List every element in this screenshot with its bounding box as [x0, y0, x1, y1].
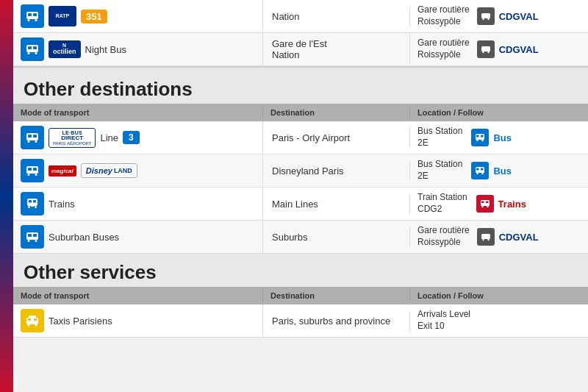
destination-text: Paris, suburbs and province — [272, 316, 390, 327]
bus-icon — [21, 225, 44, 249]
svg-rect-45 — [486, 202, 489, 204]
svg-rect-42 — [31, 206, 34, 207]
transport-cell: RATP 351 — [13, 0, 263, 32]
transport-cell: Suburban Buses — [13, 221, 263, 253]
bus-icon — [21, 38, 44, 61]
destination-text: Main Lines — [272, 199, 318, 210]
svg-rect-2 — [33, 13, 37, 16]
svg-rect-59 — [34, 318, 37, 321]
top-rows: RATP 351 Nation Gare routièreRoissypôle … — [13, 0, 588, 68]
svg-point-4 — [35, 19, 37, 21]
suburban-buses-label: Suburban Buses — [49, 232, 119, 243]
location-cell: Bus Station2E Bus — [410, 121, 588, 153]
line-badge-351: 351 — [81, 10, 107, 24]
svg-rect-38 — [33, 200, 36, 203]
line-number-badge: 3 — [123, 131, 140, 144]
ratp-text: RATP — [56, 13, 70, 19]
svg-rect-22 — [476, 135, 479, 138]
svg-point-25 — [482, 140, 484, 141]
cdgval-badge: CDGVAL — [499, 44, 539, 55]
col-header-location-services: Location / Follow — [410, 290, 588, 302]
bus-icon — [21, 159, 44, 182]
svg-point-19 — [28, 140, 30, 143]
ratp-logo: RATP — [49, 6, 76, 26]
svg-rect-10 — [33, 46, 37, 49]
svg-point-34 — [477, 173, 478, 174]
table-row: Taxis Parisiens Paris, suburbs and provi… — [13, 304, 588, 338]
disneyland-logo: Disney LAND — [81, 163, 137, 178]
svg-point-51 — [28, 240, 30, 242]
svg-point-47 — [487, 206, 488, 207]
transport-cell: N octilien Night Bus — [13, 33, 263, 65]
svg-rect-50 — [33, 234, 37, 237]
location-text: Gare routièreRoissypôle — [417, 4, 470, 27]
svg-rect-9 — [28, 46, 32, 49]
svg-point-41 — [35, 206, 37, 208]
location-text: Arrivals LevelExit 10 — [417, 309, 470, 332]
col-header-transport-services: Mode of transport — [13, 290, 263, 302]
cdg-train-icon — [476, 195, 494, 213]
destination-cell: Paris, suburbs and province — [263, 311, 410, 331]
svg-point-30 — [35, 174, 37, 176]
svg-rect-13 — [481, 46, 490, 51]
trains-follow-label: Trains — [498, 199, 526, 210]
taxis-label: Taxis Parisiens — [49, 316, 112, 327]
line-label: Line — [100, 132, 118, 143]
svg-point-29 — [28, 174, 30, 176]
transport-cell: Trains — [13, 188, 263, 220]
other-destinations-header: Other destinations — [13, 68, 588, 104]
bus-follow-label: Bus — [493, 132, 512, 143]
main-content: RATP 351 Nation Gare routièreRoissypôle … — [13, 0, 588, 392]
location-cell: Arrivals LevelExit 10 — [410, 304, 588, 336]
location-text: Bus Station2E — [417, 126, 462, 149]
svg-rect-32 — [476, 168, 479, 171]
table-row: LE·BUS DIRECT PARIS AÉROPORT Line 3 Pari… — [13, 121, 588, 154]
svg-point-20 — [35, 140, 37, 143]
location-cell: Bus Station2E Bus — [410, 154, 588, 186]
svg-point-14 — [482, 51, 484, 53]
svg-point-61 — [35, 324, 37, 327]
cdgval-badge: CDGVAL — [499, 232, 539, 243]
destination-text: Gare de l'EstNation — [272, 38, 327, 60]
destination-text: Nation — [272, 11, 300, 22]
col-header-destination-services: Destination — [263, 290, 410, 302]
night-bus-label: Night Bus — [85, 44, 126, 55]
destination-cell: Suburbs — [263, 227, 410, 247]
svg-point-12 — [35, 52, 37, 54]
destination-cell: Nation — [263, 7, 410, 26]
noctilien-logo: N octilien — [49, 40, 81, 58]
svg-point-35 — [482, 173, 484, 174]
destination-text: Paris - Orly Airport — [272, 132, 350, 143]
column-headers-destinations: Mode of transport Destination Location /… — [13, 104, 588, 121]
table-row: Suburban Buses Suburbs Gare routièreRois… — [13, 221, 588, 254]
svg-rect-49 — [28, 234, 32, 237]
svg-point-60 — [28, 324, 30, 327]
le-bus-direct-logo: LE·BUS DIRECT PARIS AÉROPORT — [49, 128, 96, 148]
svg-rect-5 — [481, 13, 490, 18]
location-cell: Gare routièreRoissypôle CDGVAL — [410, 0, 588, 32]
bus-icon — [21, 126, 44, 149]
transport-cell: LE·BUS DIRECT PARIS AÉROPORT Line 3 — [13, 121, 263, 154]
bus-icon — [21, 4, 44, 28]
svg-point-54 — [482, 239, 484, 240]
left-stripe — [0, 0, 13, 392]
table-row: Trains Main Lines Train StationCDG2 Trai… — [13, 188, 588, 221]
trains-label: Trains — [49, 199, 75, 210]
transport-cell: magical Disney LAND — [13, 154, 263, 187]
location-text: Bus Station2E — [417, 159, 462, 182]
small-bus-icon — [471, 162, 489, 179]
svg-rect-28 — [33, 168, 37, 171]
destination-cell: Paris - Orly Airport — [263, 128, 410, 148]
location-cell: Gare routièreRoissypôle CDGVAL — [410, 33, 588, 65]
col-header-transport: Mode of transport — [13, 107, 263, 118]
svg-rect-33 — [481, 168, 484, 171]
svg-rect-23 — [481, 135, 484, 138]
cdgval-icon — [477, 228, 495, 246]
svg-point-24 — [477, 140, 478, 141]
section-title-other-services: Other services — [24, 261, 157, 283]
cdgval-icon — [477, 40, 495, 58]
svg-rect-18 — [33, 135, 37, 138]
transport-cell: Taxis Parisiens — [13, 304, 263, 337]
cdgval-icon — [477, 7, 495, 25]
svg-rect-37 — [29, 200, 32, 203]
